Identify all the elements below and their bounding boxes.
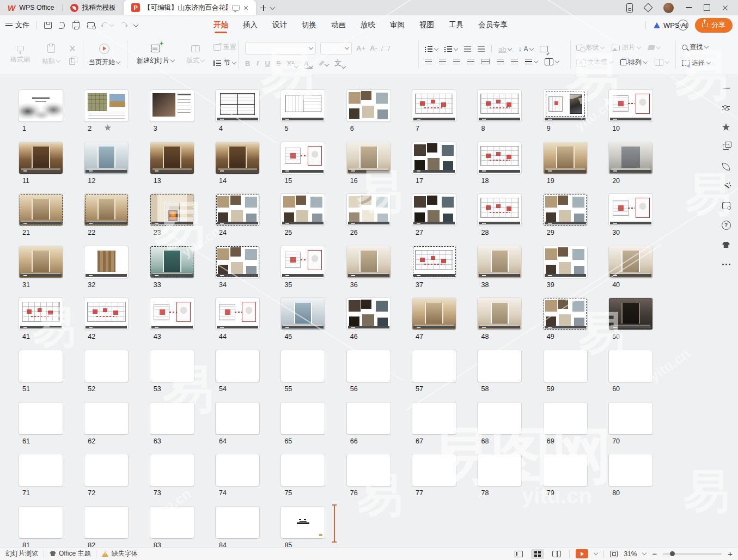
slide-cell-35[interactable]: 35 [281,246,328,289]
slide-thumbnail[interactable] [478,403,521,434]
align-right-icon[interactable] [453,59,460,64]
outline-button[interactable] [655,59,669,66]
slide-thumbnail[interactable] [150,298,194,330]
slide-cell-65[interactable]: 65 [281,403,328,445]
slide-thumbnail[interactable] [281,454,325,486]
zoom-chevron-icon[interactable] [642,551,646,555]
slide-cell-40[interactable]: 40 [609,246,656,289]
slide-thumbnail[interactable] [609,454,652,486]
slide-thumbnail[interactable] [150,90,194,121]
slide-cell-42[interactable]: 42 [84,298,131,340]
slide-thumbnail[interactable] [609,298,652,330]
workspace-cube-icon[interactable] [644,3,653,13]
menu-tab-4[interactable]: 动画 [331,15,346,35]
avatar[interactable] [663,3,674,13]
adjust-icon[interactable] [722,103,731,112]
fill-color-button[interactable] [648,45,660,50]
slide-thumbnail[interactable] [544,90,587,121]
slide-cell-4[interactable]: 4 [216,90,263,132]
slide-cell-53[interactable]: 53 [150,350,197,393]
slide-thumbnail[interactable] [216,507,259,538]
file-menu[interactable]: 文件 [5,20,29,30]
slide-cell-6[interactable]: 6 [347,90,394,132]
save-button[interactable] [44,22,52,29]
slide-cell-81[interactable]: 81 [19,507,66,549]
slide-thumbnail[interactable] [347,142,391,174]
slide-cell-68[interactable]: 68 [478,403,524,445]
slide-thumbnail[interactable] [216,298,259,330]
zoom-in-button[interactable]: + [728,550,733,558]
slide-thumbnail[interactable] [19,194,63,226]
slide-cell-33[interactable]: 33 [150,246,197,289]
slide-thumbnail[interactable] [609,403,652,434]
slide-thumbnail[interactable] [609,90,652,121]
slide-thumbnail[interactable] [412,246,456,278]
missing-fonts-warning[interactable]: 缺失字体 [102,549,137,558]
office-theme-button[interactable]: Office 主题 [50,549,90,558]
slide-cell-7[interactable]: 7 [412,90,459,132]
slide-cell-85[interactable]: 85 [281,507,328,549]
slide-cell-52[interactable]: 52 [84,350,131,393]
slide-cell-83[interactable]: 83 [150,507,197,549]
undo-button[interactable] [102,22,113,28]
slide-thumbnail[interactable] [19,454,63,486]
strikethrough-button[interactable]: S [276,59,281,68]
slide-cell-24[interactable]: 24 [216,194,263,236]
slide-thumbnail[interactable] [19,298,63,330]
slide-cell-75[interactable]: 75 [281,454,328,497]
shapes-button[interactable]: 形状 [576,43,604,52]
slide-thumbnail[interactable] [478,246,521,278]
numbering-button[interactable] [444,46,458,52]
slide-cell-71[interactable]: 71 [19,454,66,497]
bullets-button[interactable] [425,46,438,52]
redo-button[interactable] [120,22,127,28]
share-button[interactable]: 分享 [695,18,733,33]
slide-thumbnail[interactable] [544,350,587,382]
more-options-icon[interactable] [678,20,688,31]
slide-thumbnail[interactable] [347,246,391,278]
slide-thumbnail[interactable] [478,194,521,226]
zoom-level[interactable]: 31% [624,550,637,558]
slide-cell-27[interactable]: 27 [412,194,459,236]
picture-button[interactable]: 图片 [612,43,641,52]
slide-thumbnail[interactable] [84,507,128,538]
slide-cell-48[interactable]: 48 [478,298,524,340]
slide-thumbnail[interactable] [84,350,128,382]
slide-thumbnail[interactable] [347,403,391,434]
slide-thumbnail[interactable] [19,507,63,538]
slide-cell-2[interactable]: 2 [84,90,131,132]
slide-thumbnail[interactable] [544,246,587,278]
slide-cell-77[interactable]: 77 [412,454,459,497]
slide-cell-37[interactable]: 37 [412,246,459,289]
slide-cell-84[interactable]: 84 [216,507,263,549]
menu-tab-9[interactable]: 会员专享 [478,15,508,35]
slide-cell-66[interactable]: 66 [347,403,394,445]
slide-thumbnail[interactable] [609,194,652,226]
slide-cell-38[interactable]: 38 [478,246,524,289]
slide-thumbnail[interactable] [544,298,587,330]
close-icon[interactable] [722,5,728,11]
highlight-button[interactable] [319,60,328,66]
slide-thumbnail[interactable] [19,246,63,278]
slide-thumbnail[interactable] [84,90,128,121]
close-tab-icon[interactable] [243,5,248,10]
fit-slide-icon[interactable] [610,551,618,557]
slide-cell-46[interactable]: 46 [347,298,394,340]
customize-toolbar-button[interactable] [134,23,138,27]
skin-icon[interactable] [722,240,731,249]
slide-cell-69[interactable]: 69 [544,403,590,445]
slide-thumbnail[interactable] [347,194,391,226]
slide-thumbnail[interactable] [216,142,259,174]
slide-cell-8[interactable]: 8 [478,90,524,132]
slide-cell-82[interactable]: 82 [84,507,131,549]
phonetic-guide-button[interactable]: 文 [334,58,345,68]
text-direction-button[interactable]: ↓A [518,45,533,53]
maximize-icon[interactable] [704,4,710,11]
slide-thumbnail[interactable] [84,142,128,174]
print-preview-button[interactable] [87,22,95,28]
slide-thumbnail[interactable] [609,350,652,382]
slide-thumbnail[interactable] [216,246,259,278]
slide-thumbnail[interactable] [347,298,391,330]
slide-cell-43[interactable]: 43 [150,298,197,340]
slide-cell-5[interactable]: 5 [281,90,328,132]
